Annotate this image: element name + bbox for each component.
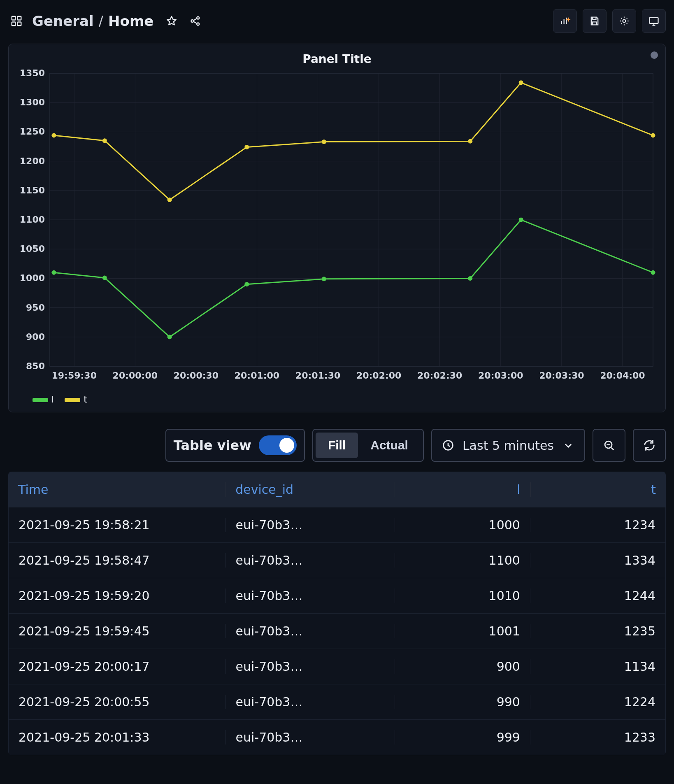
chart-panel: Panel Title 8509009501000105011001150120… <box>8 44 666 412</box>
table-cell: 2021-09-25 20:00:17 <box>9 659 225 674</box>
svg-point-67 <box>651 133 655 137</box>
star-icon[interactable] <box>163 13 180 29</box>
top-bar: General / Home <box>0 0 674 40</box>
table-cell: 1100 <box>395 553 530 568</box>
table-cell: eui-70b3… <box>225 624 395 638</box>
table-col-header[interactable]: Time <box>8 482 225 497</box>
svg-text:1100: 1100 <box>20 214 45 225</box>
svg-rect-0 <box>12 16 16 20</box>
data-table: Timedevice_idlt 2021-09-25 19:58:21eui-7… <box>8 472 666 755</box>
svg-text:1200: 1200 <box>20 156 45 166</box>
svg-text:20:00:30: 20:00:30 <box>174 370 218 381</box>
legend-item[interactable]: t <box>65 394 87 405</box>
svg-text:20:04:00: 20:04:00 <box>600 370 645 381</box>
chart-legend: lt <box>16 394 658 405</box>
table-row[interactable]: 2021-09-25 19:59:45eui-70b3…10011235 <box>9 613 665 649</box>
svg-text:20:01:30: 20:01:30 <box>295 370 340 381</box>
svg-point-4 <box>191 20 194 22</box>
table-cell: eui-70b3… <box>225 659 395 674</box>
svg-point-58 <box>519 218 523 222</box>
fill-actual-segment: Fill Actual <box>312 429 424 462</box>
table-cell: 2021-09-25 20:00:55 <box>9 695 225 709</box>
table-cell: 1244 <box>530 589 665 603</box>
legend-item[interactable]: l <box>33 394 54 405</box>
apps-icon[interactable] <box>8 13 25 29</box>
breadcrumb-folder[interactable]: General <box>32 13 94 29</box>
table-col-header[interactable]: t <box>530 482 666 497</box>
time-range-label: Last 5 minutes <box>463 438 554 453</box>
add-panel-icon[interactable] <box>553 9 577 33</box>
breadcrumb-separator: / <box>99 13 103 29</box>
share-icon[interactable] <box>187 13 204 29</box>
svg-text:1350: 1350 <box>20 69 45 78</box>
table-cell: 1010 <box>395 589 530 603</box>
svg-point-54 <box>167 335 172 339</box>
svg-text:19:59:30: 19:59:30 <box>52 370 97 381</box>
svg-rect-1 <box>18 16 21 20</box>
table-row[interactable]: 2021-09-25 20:00:55eui-70b3…9901224 <box>9 684 665 719</box>
table-row[interactable]: 2021-09-25 19:58:47eui-70b3…11001334 <box>9 542 665 578</box>
svg-text:1050: 1050 <box>20 244 45 254</box>
zoom-out-button[interactable] <box>593 429 625 462</box>
controls-row: Table view Fill Actual Last 5 minutes <box>8 429 666 462</box>
svg-text:900: 900 <box>26 332 45 342</box>
top-bar-left: General / Home <box>8 13 204 29</box>
table-body: 2021-09-25 19:58:21eui-70b3…100012342021… <box>8 507 666 755</box>
svg-point-53 <box>102 275 107 280</box>
svg-point-7 <box>623 20 626 23</box>
monitor-icon[interactable] <box>642 9 666 33</box>
svg-point-59 <box>651 270 655 275</box>
table-cell: 990 <box>395 695 530 709</box>
table-cell: 1001 <box>395 624 530 638</box>
svg-point-56 <box>322 277 326 281</box>
fill-button[interactable]: Fill <box>316 433 358 458</box>
table-row[interactable]: 2021-09-25 19:58:21eui-70b3…10001234 <box>9 507 665 542</box>
svg-text:20:03:00: 20:03:00 <box>478 370 523 381</box>
table-cell: 2021-09-25 19:59:45 <box>9 624 225 638</box>
table-cell: eui-70b3… <box>225 730 395 744</box>
panel-title: Panel Title <box>16 52 658 66</box>
svg-text:20:03:30: 20:03:30 <box>539 370 584 381</box>
table-cell: 1224 <box>530 695 665 709</box>
svg-point-64 <box>322 140 326 144</box>
svg-text:20:02:00: 20:02:00 <box>356 370 401 381</box>
svg-text:850: 850 <box>26 361 45 371</box>
table-view-label: Table view <box>174 437 251 453</box>
table-cell: 1134 <box>530 659 665 674</box>
svg-point-6 <box>197 23 200 26</box>
time-range-button[interactable]: Last 5 minutes <box>431 429 585 462</box>
table-view-toggle[interactable] <box>259 435 297 455</box>
gear-icon[interactable] <box>612 9 636 33</box>
table-cell: 1234 <box>530 518 665 532</box>
table-cell: 1235 <box>530 624 665 638</box>
chevron-down-icon <box>561 438 575 452</box>
table-row[interactable]: 2021-09-25 20:00:17eui-70b3…9001134 <box>9 649 665 684</box>
table-cell: 2021-09-25 19:58:21 <box>9 518 225 532</box>
svg-text:20:00:00: 20:00:00 <box>113 370 158 381</box>
breadcrumb: General / Home <box>32 13 153 29</box>
svg-text:1300: 1300 <box>20 97 45 107</box>
table-row[interactable]: 2021-09-25 20:01:33eui-70b3…9991233 <box>9 719 665 755</box>
table-row[interactable]: 2021-09-25 19:59:20eui-70b3…10101244 <box>9 578 665 613</box>
table-col-header[interactable]: device_id <box>225 482 395 497</box>
table-col-header[interactable]: l <box>395 482 530 497</box>
svg-text:950: 950 <box>26 302 45 313</box>
svg-point-61 <box>102 138 107 143</box>
actual-button[interactable]: Actual <box>358 433 421 458</box>
table-cell: eui-70b3… <box>225 553 395 568</box>
table-cell: 1000 <box>395 518 530 532</box>
breadcrumb-page[interactable]: Home <box>108 13 153 29</box>
table-cell: 2021-09-25 19:59:20 <box>9 589 225 603</box>
chart[interactable]: 8509009501000105011001150120012501300135… <box>16 69 658 390</box>
panel-status-dot <box>651 51 658 59</box>
svg-rect-8 <box>650 18 658 23</box>
svg-rect-2 <box>12 22 16 26</box>
svg-text:1150: 1150 <box>20 185 45 195</box>
refresh-button[interactable] <box>633 429 666 462</box>
save-icon[interactable] <box>583 9 607 33</box>
svg-point-62 <box>167 198 172 202</box>
svg-point-65 <box>468 139 472 144</box>
time-range-group: Last 5 minutes <box>431 429 666 462</box>
toggle-knob <box>279 438 294 453</box>
svg-point-63 <box>244 145 249 149</box>
